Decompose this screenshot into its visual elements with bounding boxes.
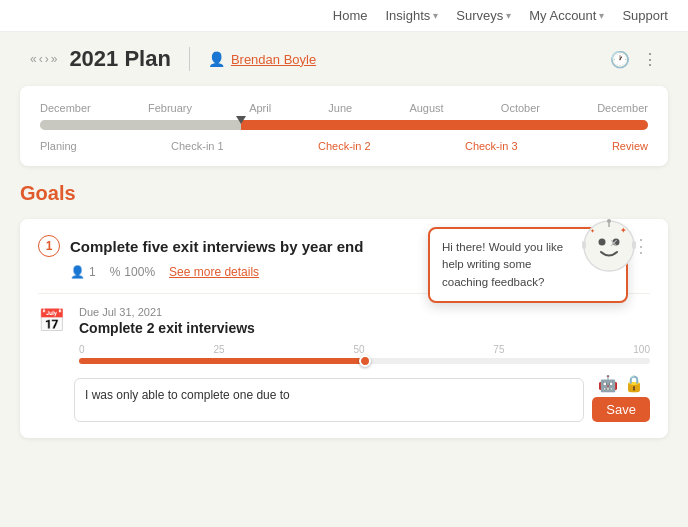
svg-rect-8 [632,241,636,249]
timeline-card: December February April June August Octo… [20,86,668,166]
timeline-bar-active [241,120,648,130]
chevron-down-icon: ▾ [599,10,604,21]
nav-support[interactable]: Support [622,8,668,23]
month-april: April [249,102,271,114]
history-icon[interactable]: 🕐 [610,50,630,69]
user-name-link[interactable]: Brendan Boyle [231,52,316,67]
user-icon: 👤 [208,51,225,67]
month-december-start: December [40,102,91,114]
month-august: August [409,102,443,114]
goals-section: Goals ✦ ✦ [0,182,688,438]
feedback-actions: 🤖 🔒 Save [592,374,650,422]
timeline-months: December February April June August Octo… [40,102,648,114]
stat-people: 👤 1 [70,265,96,279]
nav-home[interactable]: Home [333,8,368,23]
month-june: June [328,102,352,114]
plan-navigation-arrows: « ‹ › » [30,52,57,66]
timeline-milestones: Planing Check-in 1 Check-in 2 Check-in 3… [40,140,648,152]
progress-labels: 0 25 50 75 100 [79,344,650,355]
progress-thumb[interactable] [359,355,371,367]
first-page-arrow[interactable]: « [30,52,37,66]
chevron-down-icon: ▾ [433,10,438,21]
user-section: 👤 Brendan Boyle [208,51,316,67]
checkin-row: 📅 Due Jul 31, 2021 Complete 2 exit inter… [38,293,650,364]
ai-assist-icon[interactable]: 🤖 [598,374,618,393]
next-arrow[interactable]: › [45,52,49,66]
svg-text:✦: ✦ [590,228,595,234]
timeline-bar-past [40,120,241,130]
progress-bar-fill [79,358,365,364]
milestone-review: Review [612,140,648,152]
feedback-input-wrapper[interactable]: I was only able to complete one due to [74,378,584,422]
svg-point-1 [599,239,606,246]
goal-card-1: ✦ ✦ × Hi there! Would you like help writ… [20,219,668,438]
tooltip-close-button[interactable]: × [610,235,618,251]
nav-insights[interactable]: Insights ▾ [385,8,438,23]
navigation: Home Insights ▾ Surveys ▾ My Account ▾ S… [0,0,688,32]
stat-percent: % 100% [110,265,155,279]
month-december-end: December [597,102,648,114]
more-options-icon[interactable]: ⋮ [642,50,658,69]
see-more-details-link[interactable]: See more details [169,265,259,279]
milestone-checkin3: Check-in 3 [465,140,518,152]
goal-number: 1 [38,235,60,257]
svg-rect-7 [582,241,586,249]
checkin-due-date: Due Jul 31, 2021 [79,306,650,318]
percent-icon: % [110,265,121,279]
header-actions: 🕐 ⋮ [610,50,658,69]
feedback-input-text[interactable]: I was only able to complete one due to [85,388,290,402]
prev-arrow[interactable]: ‹ [39,52,43,66]
nav-surveys[interactable]: Surveys ▾ [456,8,511,23]
milestone-checkin2: Check-in 2 [318,140,371,152]
plan-title: 2021 Plan [69,46,171,72]
feedback-icon-row: 🤖 🔒 [598,374,644,393]
header-divider [189,47,190,71]
milestone-planning: Planing [40,140,77,152]
progress-bar[interactable] [79,358,650,364]
lock-icon[interactable]: 🔒 [624,374,644,393]
last-page-arrow[interactable]: » [51,52,58,66]
month-february: February [148,102,192,114]
feedback-section: I was only able to complete one due to 🤖… [74,374,650,422]
milestone-checkin1: Check-in 1 [171,140,224,152]
chevron-down-icon: ▾ [506,10,511,21]
calendar-icon: 📅 [38,308,65,334]
timeline-current-marker [236,116,246,124]
goals-title: Goals [20,182,668,205]
tooltip-popup: ✦ ✦ × Hi there! Would you like help writ… [428,227,628,303]
people-icon: 👤 [70,265,85,279]
checkin-title: Complete 2 exit interviews [79,320,650,336]
plan-header: « ‹ › » 2021 Plan 👤 Brendan Boyle 🕐 ⋮ [0,32,688,86]
svg-point-4 [607,219,611,223]
timeline-bar [40,120,648,130]
month-october: October [501,102,540,114]
svg-text:✦: ✦ [620,226,627,235]
nav-my-account[interactable]: My Account ▾ [529,8,604,23]
checkin-content: Due Jul 31, 2021 Complete 2 exit intervi… [79,306,650,364]
save-button[interactable]: Save [592,397,650,422]
